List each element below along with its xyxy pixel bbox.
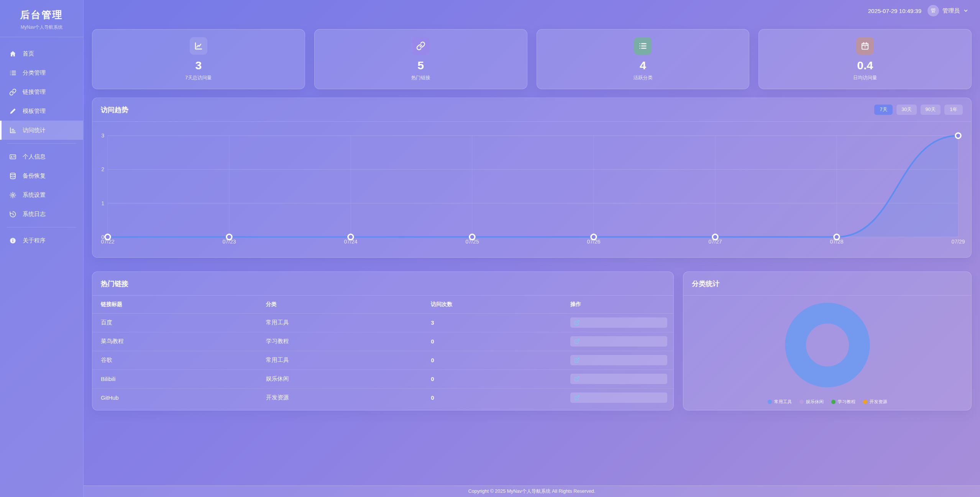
range-button-90d[interactable]: 90天 bbox=[921, 105, 941, 115]
sidebar-item-templates[interactable]: 模板管理 bbox=[0, 101, 83, 121]
stat-card-visits: 3 7天总访问量 bbox=[92, 29, 305, 89]
link-visits: 0 bbox=[422, 332, 562, 351]
home-icon bbox=[9, 50, 16, 57]
sidebar-item-label: 链接管理 bbox=[23, 88, 46, 96]
sidebar-item-links[interactable]: 链接管理 bbox=[0, 82, 83, 101]
legend-item: 娱乐休闲 bbox=[799, 399, 824, 405]
sidebar-item-label: 系统日志 bbox=[23, 211, 46, 218]
app-title: 后台管理 bbox=[3, 8, 80, 21]
sidebar-item-label: 模板管理 bbox=[23, 108, 46, 115]
stat-label: 活跃分类 bbox=[633, 75, 652, 81]
table-row: 菜鸟教程 学习教程 0 bbox=[92, 332, 673, 351]
link-category: 常用工具 bbox=[258, 313, 423, 332]
calendar-icon bbox=[856, 37, 874, 55]
hot-links-table: 链接标题 分类 访问次数 操作 百度 常用工具 3 bbox=[92, 296, 673, 407]
donut-legend: 常用工具 娱乐休闲 学习教程 开发资源 bbox=[768, 399, 887, 405]
stats-row: 3 7天总访问量 5 热门链接 4 活跃分类 bbox=[92, 29, 972, 89]
link-title: Bilibili bbox=[92, 369, 258, 388]
link-category: 常用工具 bbox=[258, 351, 423, 369]
copyright-text: Copyright © 2025 MyNav个人导航系统 All Rights … bbox=[468, 488, 596, 495]
table-header-row: 链接标题 分类 访问次数 操作 bbox=[92, 296, 673, 313]
external-link-icon bbox=[574, 338, 580, 344]
chart-line-icon bbox=[190, 37, 207, 55]
sidebar-item-settings[interactable]: 系统设置 bbox=[0, 185, 83, 204]
stat-label: 日均访问量 bbox=[853, 75, 877, 81]
link-icon bbox=[412, 37, 430, 55]
sidebar-item-home[interactable]: 首页 bbox=[0, 44, 83, 63]
open-link-button[interactable] bbox=[570, 374, 667, 384]
app-subtitle: MyNav个人导航系统 bbox=[3, 24, 80, 31]
link-visits: 0 bbox=[422, 388, 562, 407]
user-menu[interactable]: 管 管理员 bbox=[927, 5, 969, 16]
panel-title: 热门链接 bbox=[101, 279, 128, 288]
external-link-icon bbox=[574, 376, 580, 382]
stat-label: 热门链接 bbox=[411, 75, 430, 81]
sidebar-item-logs[interactable]: 系统日志 bbox=[0, 204, 83, 224]
range-button-7d[interactable]: 7天 bbox=[874, 105, 893, 115]
visit-trend-chart: 012307/2207/2307/2407/2507/2607/2707/280… bbox=[100, 123, 964, 257]
hot-links-header: 热门链接 bbox=[92, 272, 673, 296]
gear-icon bbox=[9, 191, 16, 199]
time-range-group: 7天 30天 90天 1年 bbox=[874, 105, 963, 115]
svg-text:1: 1 bbox=[101, 200, 104, 206]
avatar: 管 bbox=[927, 5, 939, 16]
range-button-30d[interactable]: 30天 bbox=[896, 105, 916, 115]
bottom-row: 热门链接 链接标题 分类 访问次数 操作 百度 bbox=[92, 271, 972, 410]
sidebar-item-about[interactable]: 关于程序 bbox=[0, 231, 83, 250]
sidebar-item-label: 访问统计 bbox=[23, 127, 46, 134]
id-card-icon bbox=[9, 153, 16, 160]
sidebar-item-backup[interactable]: 备份恢复 bbox=[0, 166, 83, 185]
category-stats-panel: 分类统计 常用工具 娱乐休闲 bbox=[683, 271, 972, 410]
table-row: GitHub 开发资源 0 bbox=[92, 388, 673, 407]
sidebar-menu: 首页 分类管理 链接管理 模板管理 访问统计 个人信息 备份恢复 系 bbox=[0, 44, 83, 250]
legend-item: 开发资源 bbox=[863, 399, 887, 405]
svg-text:07/29: 07/29 bbox=[952, 239, 965, 245]
sidebar-item-label: 个人信息 bbox=[23, 153, 46, 160]
link-title: 谷歌 bbox=[92, 351, 258, 369]
svg-text:3: 3 bbox=[101, 132, 104, 139]
database-icon bbox=[9, 172, 16, 180]
sidebar-item-label: 首页 bbox=[23, 50, 34, 57]
stat-value: 0.4 bbox=[857, 60, 873, 71]
list-icon bbox=[634, 37, 652, 55]
brush-icon bbox=[9, 108, 16, 115]
chevron-down-icon bbox=[963, 8, 969, 13]
sidebar-item-profile[interactable]: 个人信息 bbox=[0, 147, 83, 166]
svg-text:2: 2 bbox=[101, 166, 104, 172]
content: 3 7天总访问量 5 热门链接 4 活跃分类 bbox=[84, 21, 980, 486]
sidebar-item-categories[interactable]: 分类管理 bbox=[0, 63, 83, 82]
link-title: GitHub bbox=[92, 388, 258, 407]
sidebar-item-label: 备份恢复 bbox=[23, 172, 46, 180]
current-datetime: 2025-07-29 10:49:39 bbox=[868, 8, 921, 14]
menu-divider bbox=[7, 227, 76, 227]
legend-label: 学习教程 bbox=[838, 399, 855, 405]
range-button-1y[interactable]: 1年 bbox=[944, 105, 963, 115]
column-header-title: 链接标题 bbox=[92, 296, 258, 313]
external-link-icon bbox=[574, 320, 580, 325]
link-category: 学习教程 bbox=[258, 332, 423, 351]
sidebar-item-label: 分类管理 bbox=[23, 69, 46, 77]
legend-dot bbox=[768, 400, 772, 404]
category-donut-chart bbox=[782, 299, 873, 391]
legend-label: 娱乐休闲 bbox=[806, 399, 824, 405]
stat-card-daily-average: 0.4 日均访问量 bbox=[758, 29, 972, 89]
column-header-visits: 访问次数 bbox=[422, 296, 562, 313]
open-link-button[interactable] bbox=[570, 355, 667, 365]
visit-trend-header: 访问趋势 7天 30天 90天 1年 bbox=[92, 98, 971, 122]
visit-trend-body: 012307/2207/2307/2407/2507/2607/2707/280… bbox=[92, 122, 971, 257]
open-link-button[interactable] bbox=[570, 317, 667, 328]
sidebar: 后台管理 MyNav个人导航系统 首页 分类管理 链接管理 模板管理 访问统计 … bbox=[0, 0, 84, 497]
open-link-button[interactable] bbox=[570, 392, 667, 403]
link-visits: 0 bbox=[422, 369, 562, 388]
brand: 后台管理 MyNav个人导航系统 bbox=[0, 0, 83, 37]
info-icon bbox=[9, 237, 16, 244]
table-row: 谷歌 常用工具 0 bbox=[92, 351, 673, 369]
sidebar-item-visit-stats[interactable]: 访问统计 bbox=[0, 121, 83, 140]
open-link-button[interactable] bbox=[570, 336, 667, 347]
hot-links-panel: 热门链接 链接标题 分类 访问次数 操作 百度 bbox=[92, 271, 674, 410]
table-row: 百度 常用工具 3 bbox=[92, 313, 673, 332]
main-area: 2025-07-29 10:49:39 管 管理员 3 7天总访问量 5 热门链… bbox=[84, 0, 980, 497]
external-link-icon bbox=[574, 395, 580, 401]
link-category: 开发资源 bbox=[258, 388, 423, 407]
legend-dot bbox=[831, 400, 836, 404]
